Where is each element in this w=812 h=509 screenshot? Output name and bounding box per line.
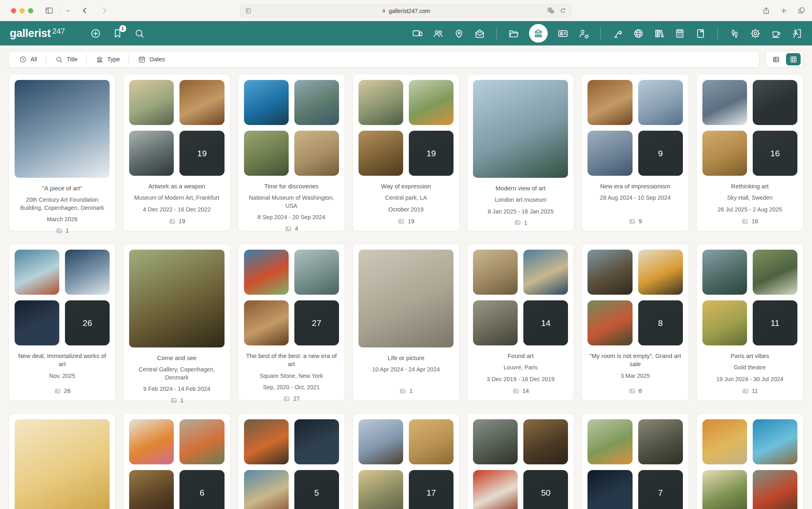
shark-wall-drawing-thumb[interactable] (358, 250, 454, 347)
blue-sky-moon-thumb[interactable] (753, 419, 797, 464)
grid-view-button[interactable] (786, 53, 801, 65)
colorful-bird-thumb[interactable] (244, 250, 289, 295)
filter-all-button[interactable]: All (10, 51, 46, 67)
tab-overview-icon[interactable] (797, 6, 806, 15)
blue-room-cabinet-thumb[interactable] (244, 470, 289, 509)
snowy-street-dark-thumb[interactable]: 19 (179, 131, 224, 176)
exhibition-card[interactable]: 16Rethinking artSky Hall, Sweden26 Jul 2… (696, 74, 803, 231)
boy-with-dog-thumb[interactable] (587, 80, 632, 125)
lamp-icon[interactable] (612, 28, 623, 39)
more-images-overlay[interactable]: 50 (523, 470, 568, 509)
exhibition-card[interactable] (696, 413, 803, 509)
dim-doorway-thumb[interactable]: 6 (179, 470, 224, 509)
location-pin-icon[interactable] (454, 28, 464, 39)
more-images-overlay[interactable]: 19 (179, 131, 224, 176)
dim-scene-thumb[interactable]: 50 (523, 470, 568, 509)
bee-flower-sketch-thumb[interactable] (638, 250, 683, 295)
more-images-overlay[interactable]: 26 (65, 300, 110, 345)
goats-and-flowers-thumb[interactable] (409, 80, 454, 125)
moon-crosshair-night-thumb[interactable] (587, 470, 632, 509)
address-bar[interactable]: gallerist247.com (240, 4, 571, 17)
museum-icon[interactable] (529, 24, 548, 43)
woman-in-dress-thumb[interactable] (638, 419, 683, 464)
dim-shape-thumb[interactable]: 17 (409, 470, 454, 509)
zoom-window-icon[interactable] (28, 8, 33, 13)
pine-forest-clouds-thumb[interactable] (473, 80, 568, 178)
exhibition-card[interactable]: Modern view of artLondon art museum8 Jan… (467, 74, 574, 231)
sidebar-toggle-icon[interactable] (45, 6, 54, 15)
dark-city-clouds-thumb[interactable] (129, 131, 174, 176)
more-images-overlay[interactable]: 6 (179, 470, 224, 509)
users-icon[interactable] (433, 28, 444, 39)
folder-icon[interactable] (508, 28, 519, 39)
exhibition-card[interactable]: Come and seeCentral Gallery, Copenhagen,… (123, 244, 230, 401)
more-images-overlay[interactable]: 8 (638, 300, 683, 345)
exhibition-card[interactable]: "A piece of art"20th Century Art Foundat… (9, 74, 116, 231)
exhibition-card[interactable]: Life or picture10 Apr 2024 - 24 Apr 2024… (352, 244, 460, 401)
dim-room-thumb[interactable]: 8 (638, 300, 683, 345)
bison-in-forest-thumb[interactable] (129, 250, 224, 347)
dark-buildings-thumb[interactable] (753, 80, 797, 125)
dim-winter-thumb[interactable]: 9 (638, 131, 683, 176)
blue-room-interior-thumb[interactable] (15, 250, 59, 295)
red-flower-painting-thumb[interactable] (473, 470, 518, 509)
list-view-button[interactable] (769, 53, 783, 65)
exhibition-card[interactable]: 17 (352, 413, 460, 509)
ship-at-sea-thumb[interactable] (523, 250, 568, 295)
user-tag-icon[interactable] (578, 28, 589, 39)
dim-night-thumb[interactable]: 26 (65, 300, 110, 345)
exhibition-card[interactable]: 27The best of the best: a new era of art… (238, 244, 345, 401)
notebook-icon[interactable] (695, 28, 706, 39)
exhibition-card[interactable]: 5 (238, 413, 345, 509)
boy-with-dog-thumb[interactable] (179, 80, 224, 125)
snowy-houses-thumb[interactable] (587, 131, 632, 176)
translate-icon[interactable] (547, 7, 555, 15)
man-in-garden-thumb[interactable] (587, 300, 632, 345)
exit-icon[interactable] (791, 28, 802, 39)
filter-type-button[interactable]: Type (87, 51, 129, 67)
exhibition-card[interactable]: 19Way of expressionCentral park, LAOctob… (352, 74, 460, 231)
more-images-overlay[interactable]: 5 (294, 470, 339, 509)
search-icon[interactable] (134, 28, 145, 39)
winter-town-thumb[interactable] (702, 80, 747, 125)
app-logo[interactable]: gallerist247 (10, 27, 65, 40)
lake-landscape-thumb[interactable] (358, 80, 403, 125)
bee-on-white-flower-thumb[interactable] (15, 419, 110, 509)
exhibition-card[interactable]: 6 (123, 413, 230, 509)
minimize-window-icon[interactable] (19, 8, 25, 13)
bear-behind-bars-thumb[interactable] (129, 470, 174, 509)
exhibition-card[interactable]: 14Found artLouvre, Paris3 Dec 2019 - 18 … (467, 244, 574, 401)
dim-landscape-thumb[interactable]: 19 (409, 131, 454, 176)
more-images-overlay[interactable]: 27 (294, 300, 339, 345)
autumn-tree-thumb[interactable] (702, 419, 747, 464)
snowy-lane-village-thumb[interactable] (358, 419, 403, 464)
boat-on-river-thumb[interactable] (702, 250, 747, 295)
add-circle-icon[interactable] (90, 28, 101, 39)
lake-landscape-thumb[interactable] (129, 80, 174, 125)
more-images-overlay[interactable]: 14 (523, 300, 568, 345)
globe-icon[interactable] (633, 28, 644, 39)
tree-with-red-figure-thumb[interactable] (753, 250, 797, 295)
exhibition-card[interactable]: 50 (467, 413, 574, 509)
winter-night-mountain-thumb[interactable] (65, 250, 110, 295)
bookmark-icon[interactable]: 1 (112, 28, 123, 39)
footprints-icon[interactable] (729, 28, 740, 39)
bear-behind-bars-thumb[interactable] (523, 419, 568, 464)
sea-cliffs-thumb[interactable] (294, 80, 339, 125)
tree-over-water-thumb[interactable] (473, 419, 518, 464)
bear-by-fire-forest-thumb[interactable] (244, 419, 289, 464)
new-tab-icon[interactable] (780, 7, 788, 15)
old-church-thumb[interactable] (473, 300, 518, 345)
id-card-icon[interactable] (557, 28, 568, 39)
chevron-down-icon[interactable] (65, 8, 71, 13)
more-images-overlay[interactable]: 17 (409, 470, 454, 509)
sun-in-blue-sky-thumb[interactable] (244, 80, 289, 125)
exhibition-card[interactable]: 11Paris art vibesGold theatre19 Jun 2024… (696, 244, 803, 401)
beetles-on-stones-thumb[interactable] (473, 250, 518, 295)
misty-lake-figure-thumb[interactable] (294, 250, 339, 295)
exhibition-card[interactable]: 8"My room is not empty", Grand art sale3… (581, 244, 689, 401)
sunset-flower-field-thumb[interactable] (702, 300, 747, 345)
settings-gear-icon[interactable] (750, 28, 761, 39)
forward-icon[interactable] (100, 6, 109, 15)
exhibition-card[interactable]: 7 (581, 413, 689, 509)
